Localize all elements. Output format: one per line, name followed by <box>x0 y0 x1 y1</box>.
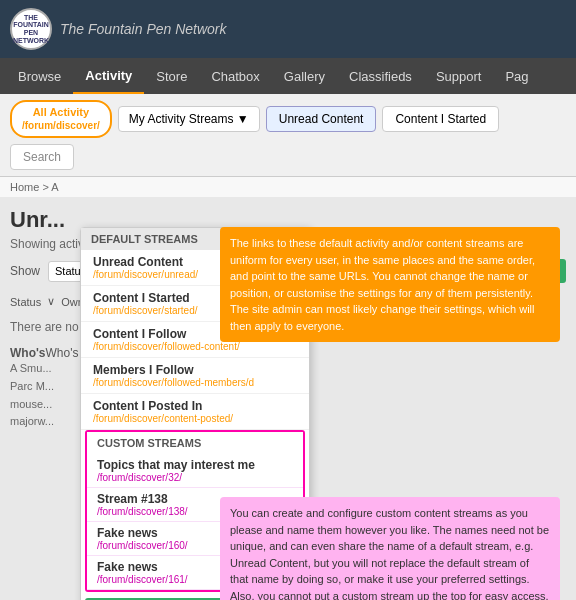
col-status: Status <box>10 296 41 308</box>
main-area: Unr... Showing activity created in... Sh… <box>0 197 576 600</box>
nav-store[interactable]: Store <box>144 58 199 94</box>
nav-pag[interactable]: Pag <box>493 58 540 94</box>
nav-chatbox[interactable]: Chatbox <box>199 58 271 94</box>
show-label: Show <box>10 264 40 278</box>
site-logo: THEFOUNTAINPENNETWORK The Fountain Pen N… <box>10 8 227 50</box>
nav-browse[interactable]: Browse <box>6 58 73 94</box>
site-header: THEFOUNTAINPENNETWORK The Fountain Pen N… <box>0 0 576 58</box>
all-activity-button[interactable]: All Activity /forum/discover/ <box>10 100 112 138</box>
nav-gallery[interactable]: Gallery <box>272 58 337 94</box>
site-title: The Fountain Pen Network <box>60 21 227 37</box>
sub-nav: All Activity /forum/discover/ My Activit… <box>0 94 576 177</box>
logo-image: THEFOUNTAINPENNETWORK <box>10 8 52 50</box>
tab-unread-content[interactable]: Unread Content <box>266 106 377 132</box>
tab-content-started[interactable]: Content I Started <box>382 106 499 132</box>
pink-tooltip: You can create and configure custom cont… <box>220 497 560 600</box>
stream-members-follow[interactable]: Members I Follow /forum/discover/followe… <box>81 358 309 394</box>
orange-tooltip: The links to these default activity and/… <box>220 227 560 342</box>
custom-stream-1[interactable]: Topics that may interest me /forum/disco… <box>87 454 303 488</box>
stream-content-posted[interactable]: Content I Posted In /forum/discover/cont… <box>81 394 309 430</box>
custom-streams-label: CUSTOM STREAMS <box>87 432 303 454</box>
search-button[interactable]: Search <box>10 144 74 170</box>
main-nav: Browse Activity Store Chatbox Gallery Cl… <box>0 58 576 94</box>
nav-support[interactable]: Support <box>424 58 494 94</box>
breadcrumb: Home > A <box>0 177 576 197</box>
nav-activity[interactable]: Activity <box>73 58 144 94</box>
nav-classifieds[interactable]: Classifieds <box>337 58 424 94</box>
my-activity-streams-button[interactable]: My Activity Streams ▼ <box>118 106 260 132</box>
